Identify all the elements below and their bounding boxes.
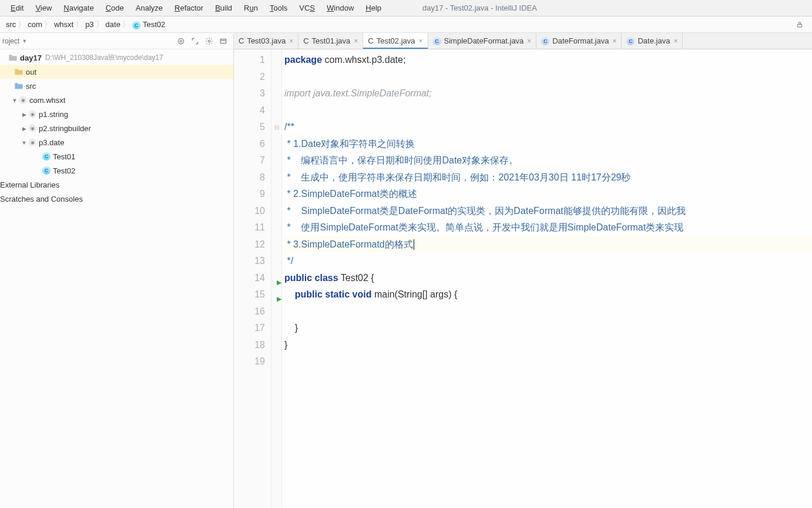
svg-point-3	[208, 40, 210, 42]
tree-item-scratches-and-consoles[interactable]: Scratches and Consoles	[0, 192, 233, 206]
menu-tools[interactable]: Tools	[264, 2, 293, 14]
arrow-icon[interactable]	[20, 125, 28, 132]
menu-edit[interactable]: Edit	[5, 2, 29, 14]
close-icon[interactable]: ×	[419, 37, 423, 45]
code-line[interactable]: public static void main(String[] args) {	[284, 286, 812, 303]
tab-label: Test02.java	[377, 36, 415, 45]
tree-item-p1-string[interactable]: ◉p1.string	[0, 107, 233, 121]
tree-item-label: p1.string	[39, 110, 68, 119]
tree-item-src[interactable]: src	[0, 79, 233, 93]
code-line[interactable]: * SimpleDateFormat类是DateFormat的实现类，因为Dat…	[284, 203, 812, 220]
tab-test03-java[interactable]: CTest03.java×	[234, 33, 298, 49]
breadcrumb-src[interactable]: src	[6, 20, 16, 29]
breadcrumb-whsxt[interactable]: whsxt	[54, 20, 73, 29]
code-line[interactable]: }	[284, 337, 812, 354]
code-line[interactable]	[284, 303, 812, 320]
tab-test02-java[interactable]: CTest02.java×	[363, 33, 428, 49]
code-line[interactable]	[284, 102, 812, 119]
target-icon[interactable]	[175, 35, 187, 48]
tree-item-p2-stringbuilder[interactable]: ◉p2.stringbuilder	[0, 121, 233, 135]
run-gutter-icon[interactable]: ▶	[277, 290, 281, 308]
project-sidebar: roject ▼ day17D:\WH_210308Java班\mycode\d…	[0, 33, 234, 508]
breadcrumb-date[interactable]: date	[106, 20, 120, 29]
tree-item-label: com.whsxt	[29, 96, 65, 105]
code-line[interactable]	[284, 353, 812, 370]
tree-item-label: src	[26, 82, 36, 91]
fold-marker	[271, 152, 281, 169]
code-line[interactable]: }	[284, 320, 812, 337]
breadcrumb-com[interactable]: com	[28, 20, 42, 29]
code-line[interactable]: public class Test02 {	[284, 270, 812, 287]
code-line[interactable]: * 生成中，使用字符串来保存日期和时间，例如：2021年03月30日 11时17…	[284, 169, 812, 186]
close-icon[interactable]: ×	[527, 37, 531, 45]
code-line[interactable]: import java.text.SimpleDateFormat;	[284, 85, 812, 102]
tab-simpledateformat-java[interactable]: CSimpleDateFormat.java×	[428, 33, 537, 49]
breadcrumb-p3[interactable]: p3	[85, 20, 93, 29]
chevron-down-icon[interactable]: ▼	[22, 38, 27, 44]
fold-marker	[271, 320, 281, 337]
arrow-icon[interactable]	[11, 97, 19, 103]
tree-item-test02[interactable]: CTest02	[0, 163, 233, 178]
tree-item-day17[interactable]: day17D:\WH_210308Java班\mycode\day17	[0, 51, 233, 65]
code-line[interactable]: * 使用SimpleDateFormat类来实现。简单点说，开发中我们就是用Si…	[284, 219, 812, 236]
close-icon[interactable]: ×	[673, 37, 677, 45]
menu-run[interactable]: Run	[238, 2, 264, 14]
code-line[interactable]	[284, 69, 812, 86]
editor-area: CTest03.java×CTest01.java×CTest02.java×C…	[234, 33, 812, 508]
close-icon[interactable]: ×	[289, 37, 293, 45]
code-line[interactable]: /**	[284, 119, 812, 136]
close-icon[interactable]: ×	[612, 37, 616, 45]
menu-refactor[interactable]: Refactor	[169, 2, 209, 14]
expand-icon[interactable]	[189, 35, 202, 48]
editor-tabs: CTest03.java×CTest01.java×CTest02.java×C…	[234, 33, 812, 49]
svg-point-1	[178, 38, 183, 44]
menu-build[interactable]: Build	[209, 2, 238, 14]
code-line[interactable]: */	[284, 253, 812, 270]
sidebar-title[interactable]: roject	[2, 37, 19, 45]
code-editor[interactable]: 1234567891011121314▶15▶16171819 ⊟ packag…	[234, 49, 812, 508]
close-icon[interactable]: ×	[354, 37, 358, 45]
gear-icon[interactable]	[203, 35, 216, 48]
menu-window[interactable]: Window	[321, 2, 360, 14]
tree-item-out[interactable]: out	[0, 65, 233, 79]
java-class-icon: C	[132, 21, 140, 29]
fold-marker	[271, 85, 281, 102]
package-icon: ◉	[28, 138, 36, 146]
project-tree: day17D:\WH_210308Java班\mycode\day17outsr…	[0, 49, 233, 508]
tree-item-label: p2.stringbuilder	[39, 124, 91, 133]
arrow-icon[interactable]	[20, 139, 28, 146]
breadcrumb-test02[interactable]: CTest02	[132, 20, 165, 29]
menu-analyze[interactable]: Analyze	[130, 2, 169, 14]
menu-code[interactable]: Code	[100, 2, 130, 14]
fold-marker	[271, 203, 281, 220]
fold-marker	[271, 69, 281, 86]
arrow-icon[interactable]	[20, 111, 28, 118]
tab-date-java[interactable]: CDate.java×	[622, 33, 683, 49]
menu-help[interactable]: Help	[360, 2, 387, 14]
package-icon: ◉	[28, 124, 36, 132]
code-line[interactable]: * 1.Date对象和字符串之间转换	[284, 136, 812, 153]
code-line[interactable]: package com.whsxt.p3.date;	[284, 52, 812, 69]
hide-icon[interactable]	[217, 35, 230, 48]
tree-item-external-libraries[interactable]: External Libraries	[0, 178, 233, 192]
tab-test01-java[interactable]: CTest01.java×	[298, 33, 363, 49]
fold-marker[interactable]: ⊟	[271, 119, 281, 136]
tree-item-label: out	[26, 68, 36, 76]
menu-view[interactable]: View	[29, 2, 58, 14]
svg-rect-0	[798, 24, 802, 27]
tree-item-p3-date[interactable]: ◉p3.date	[0, 135, 233, 149]
fold-marker	[271, 253, 281, 270]
run-gutter-icon[interactable]: ▶	[277, 274, 281, 291]
menu-navigate[interactable]: Navigate	[58, 2, 99, 14]
tab-dateformat-java[interactable]: CDateFormat.java×	[536, 33, 622, 49]
tree-item-label: Test02	[53, 166, 75, 175]
code-line[interactable]: * 3.SimpleDateFormatd的格式	[284, 236, 812, 253]
code-content[interactable]: package com.whsxt.p3.date;import java.te…	[282, 49, 812, 508]
code-line[interactable]: * 编程语言中，保存日期和时间使用Date对象来保存。	[284, 152, 812, 169]
java-lib-icon: C	[626, 37, 635, 45]
code-line[interactable]: * 2.SimpleDateFormat类的概述	[284, 186, 812, 203]
tab-label: DateFormat.java	[552, 36, 609, 45]
tree-item-com-whsxt[interactable]: ◉com.whsxt	[0, 93, 233, 107]
tree-item-test01[interactable]: CTest01	[0, 149, 233, 163]
menu-vcs[interactable]: VCS	[293, 2, 321, 14]
